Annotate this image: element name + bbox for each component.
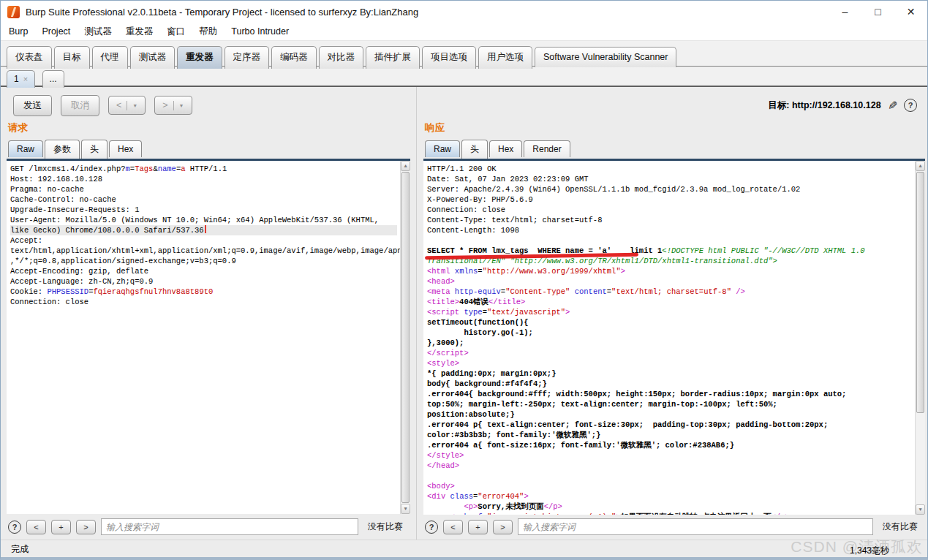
main-tab-user-options[interactable]: 用户选项 <box>478 46 532 69</box>
maximize-button[interactable]: □ <box>861 1 894 23</box>
code-line: .error404 p{ text-align:center; font-siz… <box>427 420 912 430</box>
request-search-input[interactable] <box>101 518 358 535</box>
main-tab-decoder[interactable]: 编码器 <box>271 46 317 69</box>
code-line: Upgrade-Insecure-Requests: 1 <box>10 205 397 215</box>
menu-item-help[interactable]: 帮助 <box>199 26 217 38</box>
response-tab-headers[interactable]: 头 <box>461 140 488 159</box>
code-line: position:absolute;} <box>427 409 912 420</box>
request-panel-title: 请求 <box>8 121 410 135</box>
request-tab-hex[interactable]: Hex <box>109 140 142 157</box>
response-tab-render[interactable]: Render <box>524 140 570 157</box>
code-line: <body> <box>427 481 912 491</box>
response-panel-title: 响应 <box>425 121 925 135</box>
menu-item-repeater[interactable]: 重发器 <box>126 26 154 38</box>
menu-item-project[interactable]: Project <box>42 26 70 37</box>
scrollbar-thumb[interactable] <box>401 172 410 503</box>
scroll-up-icon[interactable]: ▲ <box>401 161 410 171</box>
code-line: User-Agent: Mozilla/5.0 (Windows NT 10.0… <box>10 215 397 225</box>
next-response-button[interactable]: > ▼ <box>154 96 192 115</box>
request-tab-params[interactable]: 参数 <box>45 140 80 159</box>
code-line: GET /lmxcms1.4/index.php?m=Tags&name=a H… <box>10 164 397 174</box>
scrollbar-thumb[interactable] <box>916 172 924 413</box>
request-editor[interactable]: GET /lmxcms1.4/index.php?m=Tags&name=a H… <box>7 161 410 514</box>
response-scrollbar[interactable]: ▲ ▼ <box>915 161 925 515</box>
split-divider[interactable] <box>410 119 423 540</box>
request-search-matches: 没有比赛 <box>368 521 403 533</box>
minimize-button[interactable]: – <box>829 1 861 23</box>
request-tab-raw[interactable]: Raw <box>8 140 43 157</box>
response-code: HTTP/1.1 200 OKDate: Sat, 07 Jan 2023 02… <box>423 161 925 515</box>
repeater-toolbar: 发送 取消 < ▼ > ▼ 目标: http://192.168.10.128 … <box>1 87 927 119</box>
menu-bar: BurpProject测试器重发器窗口帮助Turbo Intruder <box>1 23 927 41</box>
menu-item-burp[interactable]: Burp <box>9 26 28 37</box>
status-duration: 1,343毫秒 <box>850 545 889 557</box>
response-tab-raw[interactable]: Raw <box>425 140 460 157</box>
close-tab-icon[interactable]: × <box>23 75 28 83</box>
previous-response-button[interactable]: < ▼ <box>108 96 146 115</box>
chevron-down-icon[interactable]: ▼ <box>179 103 184 108</box>
request-code: GET /lmxcms1.4/index.php?m=Tags&name=a H… <box>7 161 410 307</box>
code-line: Server: Apache/2.4.39 (Win64) OpenSSL/1.… <box>427 184 912 194</box>
scroll-up-icon[interactable]: ▲ <box>916 161 925 171</box>
scroll-down-icon[interactable]: ▼ <box>401 504 410 514</box>
main-tab-intruder[interactable]: 测试器 <box>130 46 176 69</box>
menu-item-window[interactable]: 窗口 <box>167 26 185 38</box>
response-search-case-button[interactable]: + <box>468 520 488 534</box>
response-search-prev-button[interactable]: < <box>443 520 463 534</box>
code-line: Date: Sat, 07 Jan 2023 02:23:09 GMT <box>427 174 912 184</box>
main-tab-dashboard[interactable]: 仪表盘 <box>7 46 52 69</box>
main-tab-project-options[interactable]: 项目选项 <box>422 46 476 69</box>
help-icon[interactable]: ? <box>904 99 917 112</box>
request-search-next-button[interactable]: > <box>76 520 96 534</box>
main-tab-vulnerability-scanner[interactable]: Software Vulnerability Scanner <box>535 47 676 67</box>
code-line: <script type="text/javascript"> <box>427 307 912 317</box>
code-line <box>427 471 912 481</box>
target-url: http://192.168.10.128 <box>792 100 881 110</box>
menu-item-turbo-intruder[interactable]: Turbo Intruder <box>231 26 289 37</box>
response-tab-hex[interactable]: Hex <box>489 140 522 157</box>
code-line: Cache-Control: no-cache <box>10 194 397 205</box>
close-button[interactable]: ✕ <box>894 1 927 23</box>
main-tab-extender[interactable]: 插件扩展 <box>366 46 420 69</box>
cancel-button[interactable]: 取消 <box>61 95 99 116</box>
code-line: <div class="error404"> <box>427 491 912 502</box>
help-icon[interactable]: ? <box>8 521 21 534</box>
title-bar: Burp Suite Professional v2.0.11beta - Te… <box>1 1 927 23</box>
send-button[interactable]: 发送 <box>13 95 52 116</box>
code-line: Cookie: PHPSESSID=fqieraqhgsfnul7hnv8a8t… <box>10 287 397 297</box>
request-panel: 请求 Raw参数头Hex GET /lmxcms1.4/index.php?m=… <box>7 119 410 540</box>
target-display: 目标: http://192.168.10.128 ✎ ? <box>768 99 917 113</box>
code-line: top:50%; margin-left:-250px; text-align:… <box>427 399 912 409</box>
window-title: Burp Suite Professional v2.0.11beta - Te… <box>26 7 418 18</box>
code-line: },3000); <box>427 338 912 348</box>
menu-item-intruder[interactable]: 测试器 <box>84 26 112 38</box>
scroll-down-icon[interactable]: ▼ <box>916 504 925 515</box>
code-line: like Gecko) Chrome/108.0.0.0 Safari/537.… <box>10 225 397 235</box>
response-search-input[interactable] <box>518 518 873 535</box>
chevron-down-icon[interactable]: ▼ <box>132 103 137 108</box>
response-search-next-button[interactable]: > <box>493 520 513 534</box>
request-scrollbar[interactable]: ▲ ▼ <box>400 161 410 514</box>
main-tab-comparer[interactable]: 对比器 <box>319 46 364 69</box>
code-line: Accept-Encoding: gzip, deflate <box>10 266 397 276</box>
response-editor[interactable]: HTTP/1.1 200 OKDate: Sat, 07 Jan 2023 02… <box>423 161 925 515</box>
code-line: Transitional//EN" "http://www.w3.org/TR/… <box>427 256 912 266</box>
code-line: <a href="javascript:history.go(-1);">如果页… <box>427 512 912 515</box>
main-tab-sequencer[interactable]: 定序器 <box>225 46 270 69</box>
request-tab-headers[interactable]: 头 <box>81 140 107 159</box>
code-line: *{ padding:0px; margin:0px;} <box>427 368 912 379</box>
forward-arrow-icon: > <box>162 100 167 110</box>
main-tab-proxy[interactable]: 代理 <box>92 46 128 69</box>
help-icon[interactable]: ? <box>425 521 438 534</box>
main-tab-target[interactable]: 目标 <box>54 46 90 69</box>
request-search-prev-button[interactable]: < <box>26 520 46 534</box>
repeater-tab-1[interactable]: 1× <box>7 70 35 88</box>
edit-target-icon[interactable]: ✎ <box>888 99 897 113</box>
code-line: Content-Type: text/html; charset=utf-8 <box>427 215 912 225</box>
code-line: setTimeout(function(){ <box>427 317 912 328</box>
main-tab-repeater[interactable]: 重发器 <box>177 46 222 69</box>
request-search-case-button[interactable]: + <box>51 520 71 534</box>
back-arrow-icon: < <box>116 100 121 110</box>
repeater-tab-more[interactable]: ... <box>42 70 64 88</box>
burp-logo-icon <box>7 6 20 18</box>
